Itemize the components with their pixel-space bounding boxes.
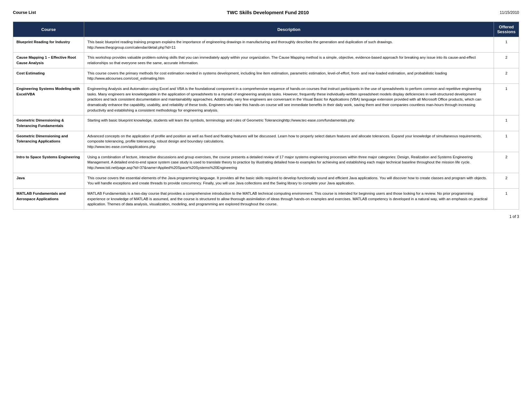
cell-course: Engineering Systems Modeling with Excel/… [13,84,84,115]
course-table: Course Description OfferedSessions Bluep… [13,22,519,210]
table-row: Blueprint Reading for IndustryThis basic… [13,37,519,53]
cell-course: MATLAB Fundamentals and Aerospace Applic… [13,189,84,210]
cell-sessions: 1 [494,37,519,53]
cell-sessions: 1 [494,84,519,115]
page-header: Course List TWC Skills Development Fund … [13,10,519,15]
col-header-sessions: OfferedSessions [494,22,519,37]
cell-course: Cause Mapping 1 – Effective Root Cause A… [13,53,84,68]
cell-sessions: 1 [494,115,519,131]
table-row: MATLAB Fundamentals and Aerospace Applic… [13,189,519,210]
table-row: Engineering Systems Modeling with Excel/… [13,84,519,115]
cell-description: This course covers the primary methods f… [84,68,494,83]
cell-description: MATLAB Fundamentals is a two-day course … [84,189,494,210]
table-row: Geometric Dimensioning & Tolerancing Fun… [13,115,519,131]
header-right: 11/15/2010 [500,10,519,15]
table-row: Intro to Space Systems EngineeringUsing … [13,152,519,173]
table-row: Cost EstimatingThis course covers the pr… [13,68,519,83]
cell-sessions: 2 [494,68,519,83]
cell-course: Java [13,173,84,188]
cell-course: Intro to Space Systems Engineering [13,152,84,173]
table-row: Geometric Dimensioning and Tolerancing A… [13,131,519,152]
cell-description: This workshop provides valuable problem-… [84,53,494,68]
col-header-course: Course [13,22,84,37]
cell-description: Using a combination of lecture, interact… [84,152,494,173]
cell-course: Cost Estimating [13,68,84,83]
cell-sessions: 1 [494,189,519,210]
cell-course: Blueprint Reading for Industry [13,37,84,53]
cell-course: Geometric Dimensioning & Tolerancing Fun… [13,115,84,131]
header-center: TWC Skills Development Fund 2010 [227,10,309,15]
table-header-row: Course Description OfferedSessions [13,22,519,37]
cell-description: Engineering Analysis and Automation usin… [84,84,494,115]
cell-sessions: 2 [494,173,519,188]
cell-description: Starting with basic blueprint knowledge,… [84,115,494,131]
table-row: Cause Mapping 1 – Effective Root Cause A… [13,53,519,68]
cell-sessions: 1 [494,131,519,152]
page-number: 1 of 3 [509,214,519,219]
table-row: JavaThis course covers the essential ele… [13,173,519,188]
cell-sessions: 2 [494,152,519,173]
cell-description: This basic blueprint reading training pr… [84,37,494,53]
header-left: Course List [13,10,36,15]
cell-description: This course covers the essential element… [84,173,494,188]
cell-course: Geometric Dimensioning and Tolerancing A… [13,131,84,152]
col-header-description: Description [84,22,494,37]
cell-description: Advanced concepts on the application of … [84,131,494,152]
cell-sessions: 2 [494,53,519,68]
page-footer: 1 of 3 [13,214,519,219]
